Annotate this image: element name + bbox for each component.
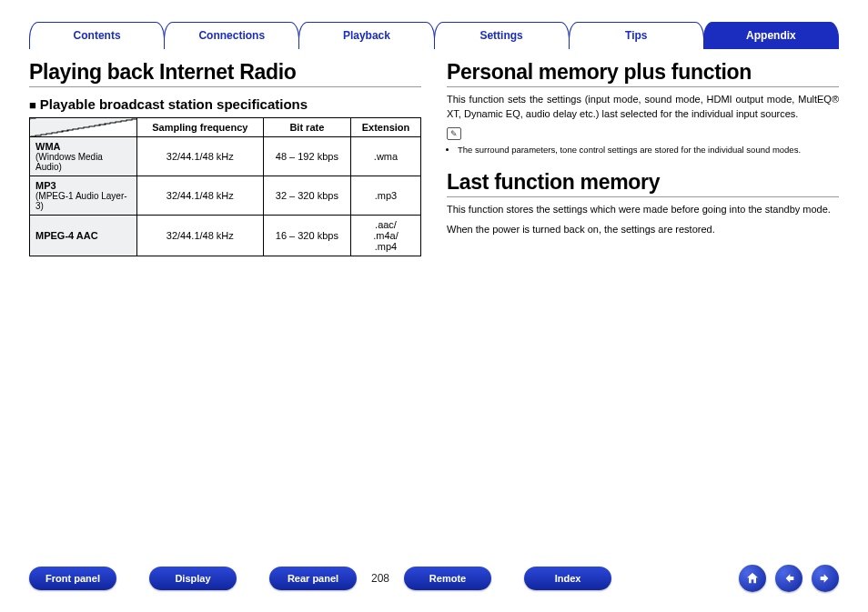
tab-tips[interactable]: Tips	[569, 22, 704, 49]
pencil-icon: ✎	[447, 127, 461, 140]
front-panel-button[interactable]: Front panel	[29, 567, 116, 590]
fmt-name: MP3	[35, 180, 131, 191]
fmt-desc: (MPEG-1 Audio Layer-3)	[35, 191, 131, 211]
cell-rate: 16 – 320 kbps	[263, 216, 350, 256]
note-list: The surround parameters, tone control se…	[458, 144, 839, 156]
spec-table: Sampling frequency Bit rate Extension WM…	[29, 117, 421, 256]
cell-rate: 48 – 192 kbps	[263, 137, 350, 176]
fmt-desc: (Windows Media Audio)	[35, 152, 131, 172]
remote-button[interactable]: Remote	[404, 567, 491, 590]
header-ext: Extension	[351, 118, 421, 137]
left-subtitle: ■Playable broadcast station specificatio…	[29, 96, 421, 112]
right-para-2b: When the power is turned back on, the se…	[447, 223, 839, 237]
tab-playback[interactable]: Playback	[298, 22, 434, 49]
left-column: Playing back Internet Radio ■Playable br…	[29, 56, 421, 256]
subtitle-text: Playable broadcast station specification…	[40, 96, 308, 112]
cell-samp: 32/44.1/48 kHz	[137, 137, 264, 176]
cell-samp: 32/44.1/48 kHz	[137, 176, 264, 216]
table-header-row: Sampling frequency Bit rate Extension	[30, 118, 421, 137]
home-icon	[745, 571, 760, 586]
rear-panel-button[interactable]: Rear panel	[269, 567, 357, 590]
header-bitrate: Bit rate	[263, 118, 350, 137]
table-row: MPEG-4 AAC 32/44.1/48 kHz 16 – 320 kbps …	[30, 216, 421, 256]
index-button[interactable]: Index	[524, 567, 611, 590]
right-para-1: This function sets the settings (input m…	[447, 93, 839, 122]
table-row: MP3 (MPEG-1 Audio Layer-3) 32/44.1/48 kH…	[30, 176, 421, 216]
left-title: Playing back Internet Radio	[29, 60, 421, 87]
right-column: Personal memory plus function This funct…	[447, 56, 839, 256]
table-row: WMA (Windows Media Audio) 32/44.1/48 kHz…	[30, 137, 421, 176]
cell-ext: .aac/ .m4a/ .mp4	[351, 216, 421, 256]
top-tabs: Contents Connections Playback Settings T…	[29, 22, 839, 49]
arrow-right-icon	[818, 571, 833, 586]
right-para-2a: This function stores the settings which …	[447, 203, 839, 217]
fmt-name: MPEG-4 AAC	[35, 230, 131, 241]
subtitle-marker: ■	[29, 98, 36, 112]
cell-ext: .wma	[351, 137, 421, 176]
note-item: The surround parameters, tone control se…	[458, 144, 839, 156]
tab-contents[interactable]: Contents	[29, 22, 165, 49]
fmt-name: WMA	[35, 141, 131, 152]
tab-settings[interactable]: Settings	[434, 22, 570, 49]
next-page-button[interactable]	[812, 565, 839, 592]
tab-connections[interactable]: Connections	[164, 22, 299, 49]
arrow-left-icon	[782, 571, 796, 586]
right-title-2: Last function memory	[447, 170, 839, 197]
page-number: 208	[364, 572, 397, 585]
header-blank	[30, 118, 137, 137]
cell-ext: .mp3	[351, 176, 421, 216]
tab-appendix[interactable]: Appendix	[703, 22, 839, 49]
home-button[interactable]	[739, 565, 766, 592]
cell-samp: 32/44.1/48 kHz	[137, 216, 264, 256]
header-sampling: Sampling frequency	[137, 118, 264, 137]
prev-page-button[interactable]	[775, 565, 802, 592]
cell-rate: 32 – 320 kbps	[263, 176, 350, 216]
right-title-1: Personal memory plus function	[447, 60, 839, 87]
footer-nav: Front panel Display Rear panel 208 Remot…	[29, 565, 839, 592]
display-button[interactable]: Display	[149, 567, 237, 590]
